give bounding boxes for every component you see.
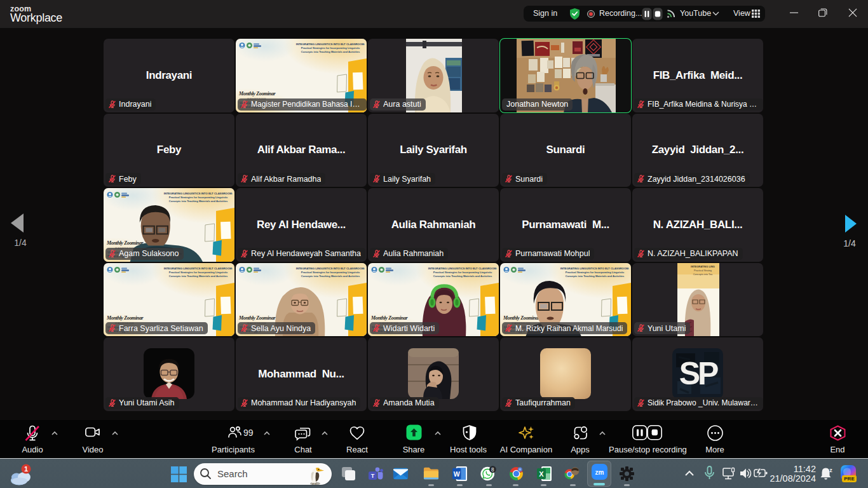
svg-text:W: W bbox=[454, 470, 460, 478]
svg-text:Practical Strateg: Practical Strateg bbox=[694, 269, 712, 272]
svg-text:INTEGRATING LING: INTEGRATING LING bbox=[691, 265, 715, 268]
svg-text:z: z bbox=[829, 467, 832, 473]
svg-text:8: 8 bbox=[491, 467, 494, 473]
svg-text:X: X bbox=[539, 470, 544, 478]
svg-text:SP: SP bbox=[679, 356, 718, 391]
svg-text:T: T bbox=[371, 473, 375, 479]
svg-text:zm: zm bbox=[595, 469, 604, 476]
svg-text:Concepts into Tea: Concepts into Tea bbox=[693, 273, 713, 276]
svg-text:1: 1 bbox=[24, 465, 28, 473]
